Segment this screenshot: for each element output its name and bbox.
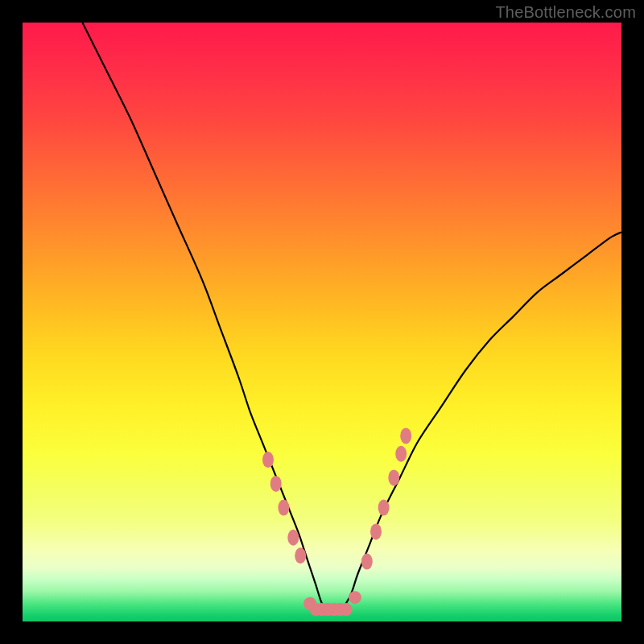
markers-left-branch (262, 452, 306, 564)
curve-path (82, 23, 621, 610)
curve-marker (262, 452, 274, 468)
curve-marker (340, 603, 353, 616)
markers-floor (303, 591, 361, 616)
plot-area (23, 23, 621, 621)
curve-marker (400, 427, 411, 444)
curve-marker (378, 500, 390, 516)
curve-marker (295, 547, 306, 564)
curve-marker (270, 476, 282, 492)
curve-marker (395, 446, 407, 462)
curve-marker (361, 554, 373, 570)
bottleneck-curve (82, 23, 621, 610)
curve-marker (287, 530, 299, 546)
chart-stage: TheBottleneck.com (0, 0, 644, 644)
curve-marker (349, 591, 361, 604)
curve-layer (23, 23, 621, 621)
curve-marker (388, 469, 399, 485)
curve-marker (278, 500, 289, 516)
curve-marker (370, 523, 382, 539)
watermark-text: TheBottleneck.com (495, 3, 636, 22)
